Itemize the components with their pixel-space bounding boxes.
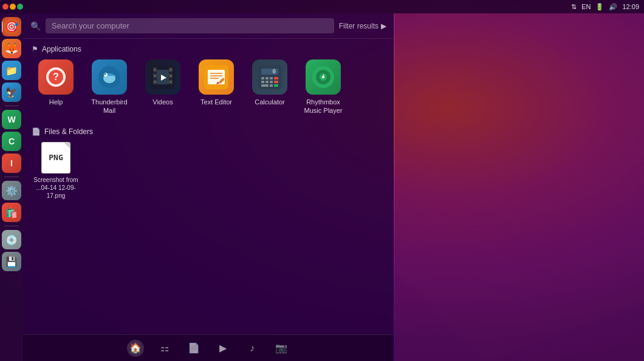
svg-rect-45 [274,81,278,83]
applications-section-label: Applications [42,45,81,53]
files-section-label: Files & Folders [44,127,93,136]
keyboard-icon: EN [581,3,591,10]
files-section: 📄 Files & Folders PNG Screenshot from ..… [32,127,385,200]
app-item-videos[interactable]: Videos [139,59,187,115]
svg-rect-43 [265,81,269,83]
app-icon-help: ? [38,59,74,95]
app-icon-calculator: 0 [252,59,287,95]
app-label-text-editor: Text Editor [200,98,232,106]
svg-text:0: 0 [273,69,276,75]
app-label-calculator: Calculator [255,98,285,106]
launcher-item-unity[interactable]: 🎯 [2,17,21,36]
launcher-item-libreoffice-impress[interactable]: I [2,154,21,173]
files-grid: PNG Screenshot from ...04-14 12-09-17.pn… [32,142,385,200]
svg-rect-47 [270,84,273,87]
app-item-text-editor[interactable]: Text Editor [192,59,241,115]
applications-section-icon: ⚑ [32,45,38,53]
app-icon-videos [145,59,180,95]
top-panel: ⇅ EN 🔋 🔊 12:09 [0,0,644,13]
svg-rect-44 [270,81,273,83]
launcher-divider-2 [4,177,19,177]
files-section-header: 📄 Files & Folders [32,127,385,136]
volume-icon: 🔊 [609,3,617,11]
search-icon: 🔍 [30,21,41,31]
svg-rect-22 [154,81,156,83]
launcher-item-thunderbird[interactable]: 🦅 [2,83,21,102]
svg-rect-42 [261,81,264,83]
svg-rect-29 [208,70,225,84]
app-label-help: Help [49,98,63,106]
files-section-icon: 📄 [32,127,41,136]
filter-icon-home[interactable]: 🏠 [127,340,144,357]
applications-grid: ? Help Thunderbird Mail [32,59,385,115]
dash-overlay: 🔍 Filter results ▶ ⚑ Applications ? [23,13,394,361]
app-icon-text-editor [199,59,234,95]
filter-icon-photos[interactable]: 📷 [273,340,290,357]
svg-rect-46 [261,84,269,87]
search-bar: 🔍 Filter results ▶ [23,13,394,39]
clock: 12:09 [622,3,639,10]
svg-rect-39 [265,77,269,79]
svg-text:♪: ♪ [321,72,325,80]
launcher-item-firefox[interactable]: 🦊 [2,39,21,58]
png-file-icon: PNG [41,142,70,174]
search-input[interactable] [46,18,334,33]
filter-icon-files[interactable]: 📄 [185,340,202,357]
svg-rect-20 [154,69,156,71]
svg-point-12 [104,73,106,75]
launcher-item-libreoffice-writer[interactable]: W [2,110,21,129]
battery-icon: 🔋 [595,3,604,11]
dash-content: ⚑ Applications ? Help [23,39,394,334]
svg-rect-25 [170,81,172,83]
launcher-item-settings[interactable]: ⚙️ [2,181,21,200]
applications-section-header: ⚑ Applications [32,45,385,53]
file-label-screenshot: Screenshot from ...04-14 12-09-17.png [32,176,80,200]
close-dot[interactable] [2,4,9,10]
launcher-item-drive2[interactable]: 💾 [2,252,21,271]
svg-rect-23 [170,69,172,71]
svg-rect-48 [274,84,278,87]
launcher-item-libreoffice-calc[interactable]: C [2,132,21,151]
svg-rect-38 [261,77,264,79]
svg-rect-41 [274,77,278,79]
launcher-divider-1 [4,106,19,106]
filter-results-arrow: ▶ [381,22,386,30]
launcher-sidebar: 🎯 🦊 📁 🦅 W C I ⚙️ 🛍️ 💿 💾 [0,13,23,361]
launcher-item-software[interactable]: 🛍️ [2,203,21,222]
app-icon-rhythmbox: ♪ [306,59,341,95]
app-item-help[interactable]: ? Help [32,59,80,115]
maximize-dot[interactable] [17,4,23,10]
filter-results-button[interactable]: Filter results ▶ [339,22,386,30]
app-item-rhythmbox[interactable]: ♪ Rhythmbox Music Player [299,59,348,115]
svg-rect-24 [170,75,172,77]
file-icon-png: PNG [40,142,72,174]
launcher-divider-3 [4,226,19,226]
app-item-thunderbird[interactable]: Thunderbird Mail [85,59,134,115]
svg-text:?: ? [53,72,59,82]
filter-icon-video[interactable]: ▶ [214,340,231,357]
network-icon: ⇅ [571,3,577,11]
minimize-dot[interactable] [10,4,16,10]
filter-bar: 🏠 ⚏ 📄 ▶ ♪ 📷 [23,334,394,361]
svg-rect-21 [154,75,156,77]
app-label-rhythmbox: Rhythmbox Music Player [299,98,348,115]
file-item-screenshot[interactable]: PNG Screenshot from ...04-14 12-09-17.pn… [32,142,80,200]
app-label-thunderbird: Thunderbird Mail [85,98,134,115]
launcher-item-drive1[interactable]: 💿 [2,230,21,249]
app-item-calculator[interactable]: 0 Calculator [245,59,294,115]
panel-right-indicators: ⇅ EN 🔋 🔊 12:09 [571,3,644,11]
app-icon-thunderbird [92,59,127,95]
svg-rect-40 [270,77,273,79]
filter-results-label: Filter results [339,22,379,30]
launcher-item-files[interactable]: 📁 [2,61,21,80]
app-label-videos: Videos [152,98,173,106]
filter-icon-apps[interactable]: ⚏ [156,340,173,357]
filter-icon-music[interactable]: ♪ [244,340,261,357]
panel-window-controls[interactable] [0,4,23,10]
background-window [395,13,644,361]
